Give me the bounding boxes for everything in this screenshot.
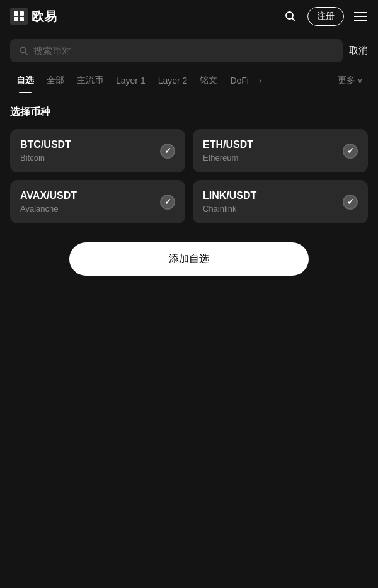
coin-pair-link: LINK/USDT <box>203 190 256 201</box>
check-icon-avax <box>160 195 175 210</box>
add-favorites-button[interactable]: 添加自选 <box>69 242 309 276</box>
logo-text: 欧易 <box>32 8 57 25</box>
logo-icon <box>10 8 28 25</box>
tab-layer2[interactable]: Layer 2 <box>152 69 194 92</box>
svg-rect-0 <box>14 11 18 16</box>
coin-info-btc: BTC/USDT Bitcoin <box>20 139 71 162</box>
tabs-bar: 自选 全部 主流币 Layer 1 Layer 2 铭文 DeFi › 更多 ∨ <box>0 69 378 93</box>
coin-card-btc[interactable]: BTC/USDT Bitcoin <box>10 129 185 172</box>
search-input[interactable] <box>33 45 334 56</box>
svg-line-5 <box>292 18 295 21</box>
header-actions: 注册 <box>284 7 368 26</box>
tab-layer1[interactable]: Layer 1 <box>110 69 152 92</box>
check-icon-eth <box>343 144 358 159</box>
coin-card-link[interactable]: LINK/USDT Chainlink <box>193 180 368 223</box>
tab-mainstream[interactable]: 主流币 <box>71 69 110 93</box>
coin-pair-avax: AVAX/USDT <box>20 190 77 201</box>
tab-inscription[interactable]: 铭文 <box>193 69 224 93</box>
coin-name-avax: Avalanche <box>20 204 77 213</box>
check-icon-btc <box>160 144 175 159</box>
section-title: 选择币种 <box>10 106 368 119</box>
search-small-icon <box>19 46 28 56</box>
coin-card-avax[interactable]: AVAX/USDT Avalanche <box>10 180 185 223</box>
coin-name-eth: Ethereum <box>203 153 253 162</box>
search-icon[interactable] <box>284 9 297 23</box>
check-icon-link <box>343 195 358 210</box>
tab-defi[interactable]: DeFi <box>224 69 255 92</box>
search-input-wrapper <box>10 39 343 62</box>
coin-name-link: Chainlink <box>203 204 256 213</box>
coin-info-eth: ETH/USDT Ethereum <box>203 139 253 162</box>
tab-favorites[interactable]: 自选 <box>10 69 40 93</box>
register-button[interactable]: 注册 <box>307 7 344 26</box>
chevron-right-icon[interactable]: › <box>255 69 266 92</box>
coin-pair-eth: ETH/USDT <box>203 139 253 150</box>
coin-card-eth[interactable]: ETH/USDT Ethereum <box>193 129 368 172</box>
svg-rect-2 <box>14 17 18 21</box>
more-label: 更多 <box>338 75 355 86</box>
search-bar-area: 取消 <box>0 33 378 69</box>
header: 欧易 注册 <box>0 0 378 33</box>
logo: 欧易 <box>10 8 57 25</box>
svg-line-7 <box>25 52 28 54</box>
cancel-button[interactable]: 取消 <box>349 45 368 57</box>
menu-icon[interactable] <box>354 9 368 23</box>
coins-grid: BTC/USDT Bitcoin ETH/USDT Ethereum AVAX/… <box>10 129 368 223</box>
main-content: 选择币种 BTC/USDT Bitcoin ETH/USDT Ethereum … <box>0 93 378 288</box>
coin-pair-btc: BTC/USDT <box>20 139 71 150</box>
svg-rect-1 <box>20 11 24 16</box>
coin-name-btc: Bitcoin <box>20 153 71 162</box>
coin-info-link: LINK/USDT Chainlink <box>203 190 256 213</box>
svg-rect-3 <box>20 17 24 21</box>
tab-all[interactable]: 全部 <box>40 69 71 93</box>
chevron-down-icon: ∨ <box>357 76 363 85</box>
coin-info-avax: AVAX/USDT Avalanche <box>20 190 77 213</box>
tab-more[interactable]: 更多 ∨ <box>333 69 368 93</box>
add-btn-container: 添加自选 <box>10 242 368 276</box>
